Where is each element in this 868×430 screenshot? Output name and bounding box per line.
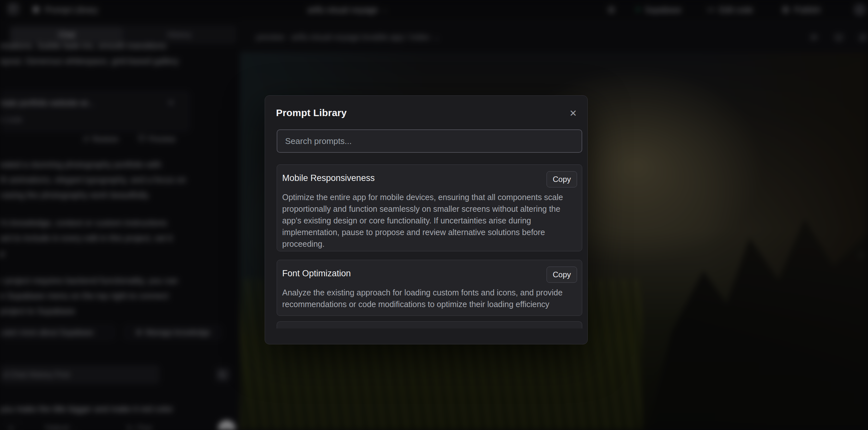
close-icon: ✕ xyxy=(569,108,577,119)
app-screen: Prompt Library artfu visual voyage ⌄ ⚙ ⚡… xyxy=(0,0,868,430)
copy-label: Copy xyxy=(553,270,571,279)
copy-button[interactable]: Copy xyxy=(547,171,577,187)
modal-title: Prompt Library xyxy=(276,108,347,118)
modal-close-button[interactable]: ✕ xyxy=(566,106,580,120)
search-box xyxy=(277,129,582,153)
prompt-card-partial xyxy=(277,321,582,329)
prompt-card: Font Optimization Copy Analyze the exist… xyxy=(277,260,582,316)
prompt-card-title: Font Optimization xyxy=(282,269,351,279)
copy-button[interactable]: Copy xyxy=(547,267,577,283)
prompt-card: Mobile Responsiveness Copy Optimize the … xyxy=(277,164,582,251)
prompt-card-description: Analyze the existing approach for loadin… xyxy=(282,287,577,310)
prompt-library-modal: Prompt Library ✕ Mobile Responsiveness C… xyxy=(265,95,588,344)
search-input[interactable] xyxy=(277,130,582,152)
prompt-card-title: Mobile Responsiveness xyxy=(282,173,375,183)
copy-label: Copy xyxy=(553,175,571,184)
prompt-card-description: Optimize the entire app for mobile devic… xyxy=(282,191,577,250)
